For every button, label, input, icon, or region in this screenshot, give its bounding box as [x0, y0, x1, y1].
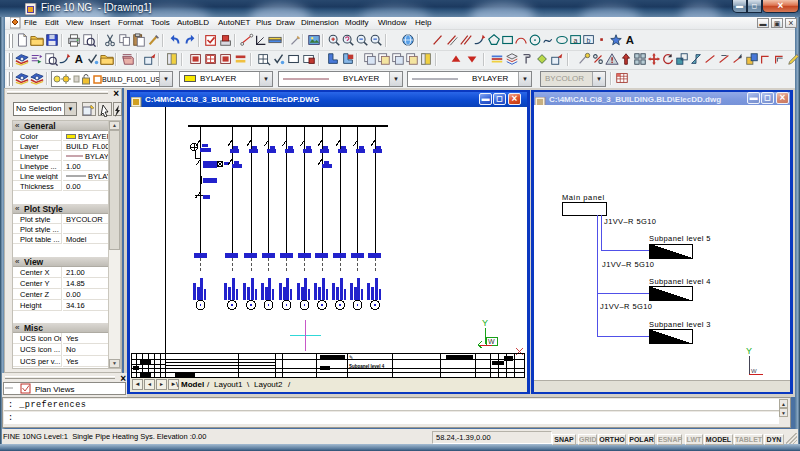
svg-text:b: b	[586, 37, 590, 44]
svg-text:J1VV–R 5G10: J1VV–R 5G10	[604, 217, 656, 226]
svg-text:Y: Y	[746, 346, 752, 356]
svg-text:Subpanel level 3: Subpanel level 3	[649, 320, 711, 329]
svg-text:A: A	[626, 34, 634, 46]
svg-text:Plan Views: Plan Views	[35, 385, 74, 394]
svg-text:Main panel: Main panel	[562, 193, 605, 202]
svg-text:✎: ✎	[349, 354, 353, 360]
svg-text:Subpanel level 4: Subpanel level 4	[649, 277, 711, 286]
svg-text:W: W	[488, 338, 495, 345]
svg-text:W: W	[751, 368, 757, 374]
svg-text:Y: Y	[482, 318, 488, 328]
svg-text:J1VV–R 5G10: J1VV–R 5G10	[600, 302, 652, 311]
svg-text:A: A	[75, 53, 83, 65]
svg-text:a: a	[573, 37, 577, 44]
svg-text:J1VV–R 5G10: J1VV–R 5G10	[602, 260, 654, 269]
svg-text:Subpanel level 4: Subpanel level 4	[349, 364, 385, 369]
svg-text:Subpanel level 5: Subpanel level 5	[649, 234, 711, 243]
